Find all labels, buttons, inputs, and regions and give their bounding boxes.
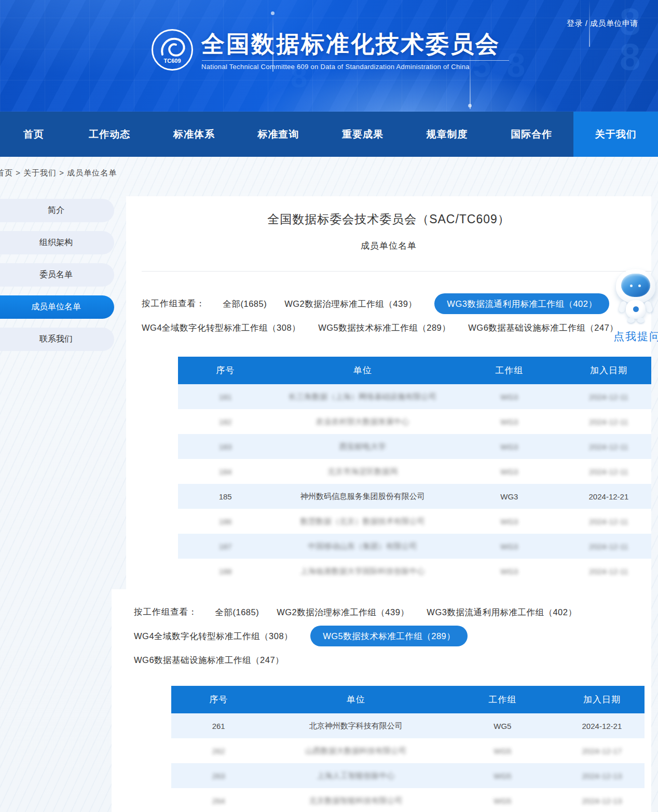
workgroup-filter[interactable]: WG6数据基础设施标准工作组（247） (468, 317, 618, 338)
unit-name: 上海人工智能创新中心 (266, 771, 446, 781)
table-row[interactable]: 261北京神州数字科技有限公司WG52024-12-21 (171, 713, 645, 738)
join-date: 2024-12-13 (559, 796, 645, 805)
join-date: 2024-12-11 (566, 467, 651, 476)
row-index: 261 (171, 722, 266, 730)
nav-item-重要成果[interactable]: 重要成果 (321, 112, 405, 157)
table-row[interactable]: 185神州数码信息服务集团股份有限公司WG32024-12-21 (178, 484, 651, 509)
table-header-row: 序号单位工作组加入日期 (171, 686, 645, 713)
robot-mascot-icon[interactable] (613, 269, 658, 325)
nav-item-工作动态[interactable]: 工作动态 (67, 112, 152, 157)
row-index: 262 (171, 747, 266, 755)
join-date: 2024-12-11 (566, 567, 651, 576)
sidebar-item-组织架构[interactable]: 组织架构 (0, 231, 114, 254)
row-index: 188 (178, 567, 272, 576)
page-subtitle: 成员单位名单 (126, 240, 651, 252)
workgroup-filter[interactable]: WG2数据治理标准工作组（439） (284, 293, 417, 314)
table-row[interactable]: 188上海临港数据大学国际科技创新中心WG32024-12-11 (178, 559, 651, 584)
table-row[interactable]: 187中国移动山东（集团）有限公司WG32024-12-11 (178, 534, 651, 559)
assistant-label[interactable]: 点我提问 (613, 329, 658, 344)
unit-name: 长三角数据（上海）网络基础设施有限公司 (272, 392, 453, 402)
content-panel-2: 按工作组查看： 全部(1685)WG2数据治理标准工作组（439）WG3数据流通… (112, 589, 651, 812)
sidebar-item-简介[interactable]: 简介 (0, 199, 114, 222)
workgroup: WG3 (453, 467, 566, 476)
table-row[interactable]: 183西安邮电大学WG32024-12-11 (178, 434, 651, 459)
join-date: 2024-12-11 (566, 442, 651, 451)
unit-name: 北京数据智能科技有限公司 (266, 796, 446, 806)
table-body: 181长三角数据（上海）网络基础设施有限公司WG32024-12-11182农业… (178, 384, 651, 584)
unit-name: 神州数码信息服务集团股份有限公司 (272, 492, 453, 502)
row-index: 186 (178, 517, 272, 526)
table-row[interactable]: 263上海人工智能创新中心WG52024-12-13 (171, 763, 645, 788)
row-index: 187 (178, 542, 272, 551)
unit-name: 西安邮电大学 (272, 442, 453, 452)
nav-item-首页[interactable]: 首页 (0, 112, 67, 157)
unit-name: 中国移动山东（集团）有限公司 (272, 542, 453, 551)
join-date: 2024-12-11 (566, 393, 651, 401)
sidebar-item-成员单位名单[interactable]: 成员单位名单 (0, 295, 114, 319)
nav-item-国际合作[interactable]: 国际合作 (489, 112, 574, 157)
column-header: 工作组 (453, 364, 566, 376)
table-row[interactable]: 182农业农村部大数据发展中心WG32024-12-11 (178, 409, 651, 434)
table-row[interactable]: 262山西数据大数据科技有限公司WG52024-12-17 (171, 738, 645, 763)
column-header: 序号 (171, 694, 266, 706)
join-date: 2024-12-17 (559, 747, 645, 755)
row-index: 182 (178, 417, 272, 426)
column-header: 序号 (178, 364, 272, 376)
table-header-row: 序号单位工作组加入日期 (178, 357, 651, 384)
workgroup: WG3 (453, 492, 566, 501)
nav-item-关于我们[interactable]: 关于我们 (573, 112, 658, 157)
column-header: 加入日期 (559, 694, 645, 706)
nav-item-标准体系[interactable]: 标准体系 (152, 112, 237, 157)
table-row[interactable]: 181长三角数据（上海）网络基础设施有限公司WG32024-12-11 (178, 384, 651, 409)
member-table-2: 序号单位工作组加入日期 261北京神州数字科技有限公司WG52024-12-21… (171, 686, 645, 812)
row-index: 263 (171, 772, 266, 780)
banner-decor-digit: 88 (620, 4, 643, 75)
workgroup-filter-bar-1: 按工作组查看： 全部(1685)WG2数据治理标准工作组（439）WG3数据流通… (142, 293, 619, 338)
unit-name: 上海临港数据大学国际科技创新中心 (272, 566, 453, 576)
workgroup-filter[interactable]: WG5数据技术标准工作组（289） (310, 626, 468, 646)
join-date: 2024-12-11 (566, 542, 651, 551)
tc609-logo-graphic: TC609 (153, 31, 191, 69)
join-date: 2024-12-13 (559, 772, 645, 780)
page-title: 全国数据标委会技术委员会（SAC/TC609） (126, 211, 651, 227)
column-header: 工作组 (446, 694, 559, 706)
row-index: 184 (178, 467, 272, 476)
row-index: 181 (178, 393, 272, 401)
workgroup: WG3 (453, 567, 566, 576)
site-title: 全国数据标准化技术委员会 (201, 29, 509, 59)
join-date: 2024-12-21 (566, 492, 651, 501)
unit-name: 北京市海淀区数据局 (272, 467, 453, 477)
workgroup: WG3 (453, 442, 566, 451)
workgroup-filter[interactable]: WG2数据治理标准工作组（439） (277, 602, 409, 622)
filter-label: 按工作组查看： (134, 606, 198, 618)
nav-item-规章制度[interactable]: 规章制度 (405, 112, 489, 157)
nav-item-标准查询[interactable]: 标准查询 (236, 112, 321, 157)
workgroup-filter[interactable]: WG5数据技术标准工作组（289） (318, 317, 450, 338)
banner-decor-dot (271, 11, 275, 15)
workgroup-filter[interactable]: WG4全域数字化转型标准工作组（308） (142, 317, 300, 338)
join-date: 2024-12-21 (559, 722, 645, 730)
workgroup-filter[interactable]: WG4全域数字化转型标准工作组（308） (134, 626, 293, 646)
table-row[interactable]: 186数慧数据（北京）数据技术有限公司WG32024-12-11 (178, 509, 651, 534)
workgroup-filter[interactable]: WG6数据基础设施标准工作组（247） (134, 649, 284, 670)
divider (142, 271, 651, 272)
content-panel-1: 全国数据标委会技术委员会（SAC/TC609） 成员单位名单 按工作组查看： 全… (126, 196, 651, 589)
sidebar-item-联系我们[interactable]: 联系我们 (0, 328, 114, 351)
title-underline (202, 60, 509, 61)
row-index: 185 (178, 492, 272, 501)
sidebar-item-委员名单[interactable]: 委员名单 (0, 263, 114, 287)
table-row[interactable]: 184北京市海淀区数据局WG32024-12-11 (178, 459, 651, 484)
workgroup-filter[interactable]: 全部(1685) (223, 293, 267, 314)
breadcrumb[interactable]: 首页 > 关于我们 > 成员单位名单 (0, 168, 117, 178)
assistant-widget[interactable]: 点我提问 (613, 269, 658, 344)
workgroup-filter[interactable]: WG3数据流通利用标准工作组（402） (427, 602, 577, 622)
workgroup-filter[interactable]: WG3数据流通利用标准工作组（402） (434, 293, 609, 314)
workgroup: WG3 (453, 417, 566, 426)
workgroup-filter[interactable]: 全部(1685) (215, 602, 259, 622)
table-row[interactable]: 264北京数据智能科技有限公司WG52024-12-13 (171, 788, 645, 812)
join-date: 2024-12-11 (566, 517, 651, 526)
login-apply-links[interactable]: 登录 / 成员单位申请 (567, 19, 638, 29)
row-index: 264 (171, 796, 266, 805)
svg-text:TC609: TC609 (163, 58, 181, 64)
unit-name: 山西数据大数据科技有限公司 (266, 746, 446, 756)
